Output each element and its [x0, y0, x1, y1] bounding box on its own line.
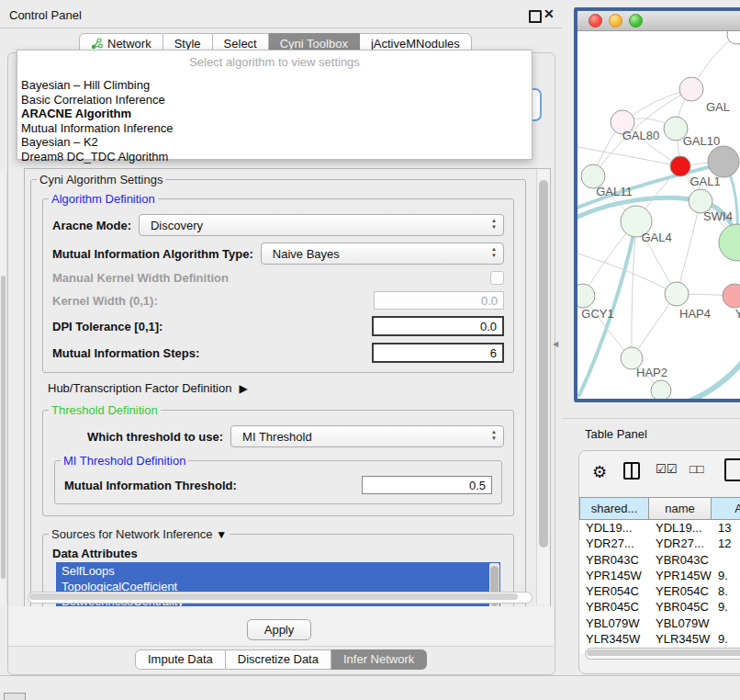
network-node-GCY1[interactable]: [577, 284, 595, 308]
network-node[interactable]: [708, 146, 739, 177]
mi-threshold-label: Mutual Information Threshold:: [64, 479, 237, 492]
split-columns-icon[interactable]: [623, 462, 640, 480]
table-cell: 9.: [712, 599, 740, 615]
settings-horizontal-scrollbar[interactable]: [28, 592, 533, 604]
kernel-width-input[interactable]: [374, 291, 504, 310]
network-node-GAL1[interactable]: [670, 156, 690, 176]
table-row[interactable]: YBR045CYBR045C9.: [579, 599, 740, 615]
control-panel-title: Control Panel: [9, 8, 82, 22]
tab-impute-data[interactable]: Impute Data: [135, 649, 226, 670]
network-edge[interactable]: [677, 201, 701, 294]
select-all-checkboxes-icon[interactable]: ☑☑: [656, 462, 677, 476]
table-row[interactable]: YDR27...YDR27...12: [579, 536, 740, 551]
algorithm-option[interactable]: Basic Correlation Inference: [17, 93, 532, 107]
network-icon: [91, 38, 103, 50]
attribute-item[interactable]: SelfLoops: [62, 564, 500, 580]
table-toolbar: ⚙ ☑☑ □□: [579, 451, 740, 493]
table-cell: YLR345W: [579, 631, 649, 647]
table-panel-title: Table Panel: [585, 427, 647, 441]
algorithm-option[interactable]: Dream8 DC_TDC Algorithm: [17, 150, 532, 164]
sources-title-text: Sources for Network Inference: [51, 527, 213, 541]
network-canvas[interactable]: GALGAL80GAL10GAL1GAL11SWI4GAL4GCY1HAP4YH…: [577, 31, 740, 399]
close-icon[interactable]: ✕: [544, 6, 555, 21]
network-node-label: HAP4: [679, 307, 711, 321]
table-rows: YDL19...YDL19...13YDR27...YDR27...12YBR0…: [579, 520, 740, 654]
table-cell: YDR27...: [579, 536, 649, 551]
algorithm-option[interactable]: Bayesian – K2: [17, 135, 532, 150]
table-row[interactable]: YDL19...YDL19...13: [579, 520, 740, 536]
hub-definition-label[interactable]: Hub/Transcription Factor Definition: [48, 381, 231, 395]
table-row[interactable]: YLR345WYLR345W9.: [579, 631, 740, 647]
settings-vertical-scrollbar[interactable]: [536, 169, 550, 604]
network-node-label: GAL4: [641, 231, 671, 244]
collapse-down-icon[interactable]: ▼: [216, 528, 227, 541]
apply-button[interactable]: Apply: [247, 619, 311, 640]
column-header[interactable]: shared...: [579, 497, 649, 520]
cyni-algorithm-settings-group: Cyni Algorithm Settings Algorithm Defini…: [30, 173, 526, 607]
table-horizontal-scrollbar[interactable]: [585, 648, 740, 660]
float-window-icon[interactable]: [529, 10, 542, 23]
aracne-mode-value: Discovery: [151, 219, 203, 232]
column-header[interactable]: name: [649, 497, 712, 520]
close-traffic-light-icon[interactable]: [589, 14, 602, 28]
network-node[interactable]: [727, 31, 740, 44]
table-cell: YBL079W: [649, 615, 712, 631]
table-hscroll-thumb[interactable]: [587, 649, 740, 656]
network-node-HAP4[interactable]: [665, 282, 689, 306]
mi-threshold-input[interactable]: [362, 476, 492, 494]
network-edge[interactable]: [680, 351, 740, 399]
which-threshold-select[interactable]: MI Threshold ▲▼: [230, 425, 504, 447]
corner-widget[interactable]: [4, 693, 26, 700]
which-threshold-value: MI Threshold: [242, 430, 312, 444]
cyni-settings-title: Cyni Algorithm Settings: [37, 173, 165, 186]
tab-discretize-data[interactable]: Discretize Data: [226, 649, 331, 670]
algorithm-dropdown: Select algorithm to view settings Bayesi…: [17, 50, 533, 160]
combo-arrows-icon: ▲▼: [491, 246, 497, 259]
network-node[interactable]: [651, 380, 671, 399]
expand-right-icon[interactable]: ▶: [239, 382, 247, 395]
bottom-divider: [0, 675, 740, 676]
algorithm-option[interactable]: ARACNE Algorithm: [17, 107, 532, 121]
table-cell: 9.: [712, 568, 740, 583]
table-header-row: shared...nameA: [579, 497, 740, 520]
table-row[interactable]: YPR145WYPR145W9.: [579, 568, 740, 583]
column-header[interactable]: A: [712, 497, 740, 520]
table-cell: YDR27...: [649, 536, 712, 551]
table-panel-window: ⚙ ☑☑ □□ shared...nameA YDL19...YDL19...1…: [578, 450, 740, 674]
left-scrollbar-thumb[interactable]: [1, 276, 6, 579]
table-row[interactable]: YER054CYER054C8.: [579, 583, 740, 599]
algorithm-items: Bayesian – Hill ClimbingBasic Correlatio…: [17, 78, 532, 164]
network-node-label: GAL10: [683, 134, 720, 148]
left-scrollbar[interactable]: [0, 170, 7, 604]
table-cell: 12: [712, 536, 740, 551]
aracne-mode-select[interactable]: Discovery ▲▼: [139, 214, 504, 236]
settings-vscroll-thumb[interactable]: [539, 180, 548, 548]
table-cell: 9.: [712, 631, 740, 647]
mi-steps-input[interactable]: [372, 343, 504, 363]
gear-icon[interactable]: ⚙: [592, 462, 607, 482]
network-node[interactable]: [719, 224, 740, 261]
deselect-all-checkboxes-icon[interactable]: □□: [690, 462, 704, 476]
tab-infer-network[interactable]: Infer Network: [331, 649, 427, 670]
table-cell: YER054C: [579, 583, 649, 599]
network-window-titlebar[interactable]: [577, 11, 740, 31]
zoom-traffic-light-icon[interactable]: [629, 14, 643, 28]
algorithm-definition-title: Algorithm Definition: [49, 192, 158, 206]
network-node-GAL[interactable]: [679, 77, 703, 101]
table-row[interactable]: YBL079WYBL079W: [579, 615, 740, 631]
table-row[interactable]: YBR043CYBR043C: [579, 552, 740, 568]
algorithm-option[interactable]: Mutual Information Inference: [17, 121, 532, 136]
splitter-collapse-icon[interactable]: ◀: [553, 340, 558, 348]
threshold-definition-group: Threshold Definition Which threshold to …: [42, 403, 514, 516]
network-node-Y[interactable]: [723, 284, 740, 308]
table-cell: YPR145W: [649, 568, 712, 583]
network-edge[interactable]: [736, 35, 740, 101]
manual-kernel-checkbox[interactable]: [490, 271, 504, 285]
minimize-traffic-light-icon[interactable]: [609, 14, 622, 28]
mi-type-select[interactable]: Naive Bayes ▲▼: [261, 243, 504, 265]
algorithm-option[interactable]: Bayesian – Hill Climbing: [17, 78, 532, 93]
table-cell: 8.: [712, 583, 740, 599]
settings-hscroll-thumb[interactable]: [29, 593, 518, 600]
document-icon[interactable]: [724, 458, 740, 481]
dpi-tolerance-input[interactable]: [372, 316, 504, 336]
